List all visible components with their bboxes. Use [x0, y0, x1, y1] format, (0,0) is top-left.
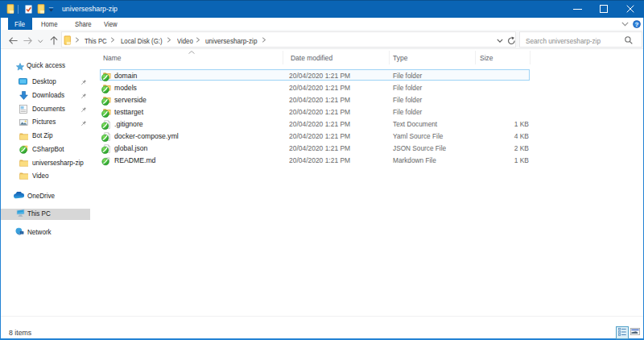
svg-text:?: ?	[635, 21, 639, 28]
